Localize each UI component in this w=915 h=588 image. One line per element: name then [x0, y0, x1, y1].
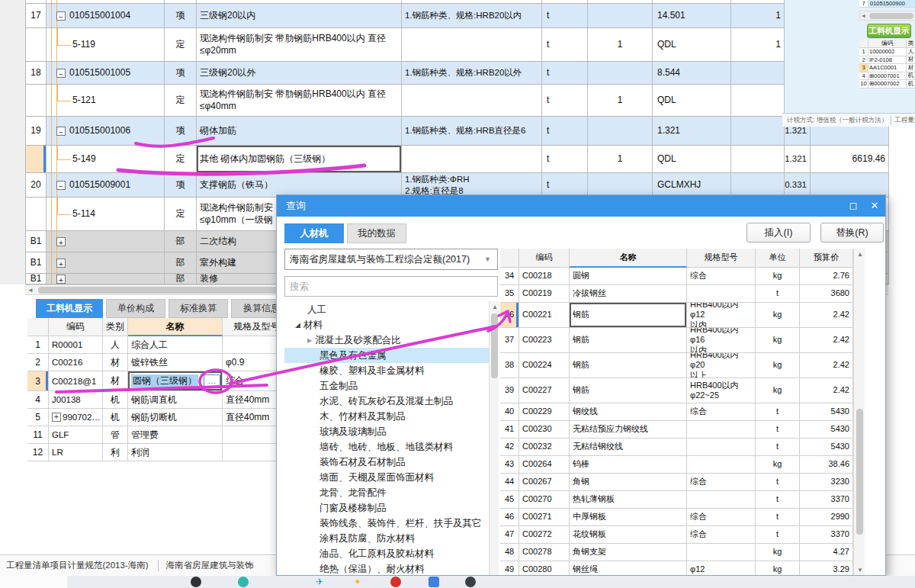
- kind-cell: 人: [103, 336, 128, 354]
- table-row[interactable]: 45C00270热轧薄钢板t3370: [277, 491, 886, 509]
- ellipsis-button[interactable]: …: [204, 374, 220, 387]
- table-row[interactable]: 37C00223钢筋HRB400以内 φ16 以内kg2.42: [277, 328, 886, 353]
- unit-cell: t: [756, 526, 800, 544]
- name-cell: 钢筋: [570, 328, 687, 353]
- taskbar-app-icon[interactable]: [465, 577, 476, 587]
- expand-icon[interactable]: +: [56, 275, 66, 284]
- value-cell: 6619.46: [811, 146, 889, 172]
- code-cell[interactable]: 10000002: [868, 48, 907, 56]
- row-type: [165, 0, 197, 3]
- scrollbar-thumb[interactable]: [869, 13, 913, 19]
- row-number: 11: [27, 426, 49, 444]
- taskbar-app-icon[interactable]: ✈: [314, 577, 325, 587]
- table-row[interactable]: 11GLF管管理费: [27, 426, 291, 444]
- table-header-row: 编码名称规格型号单位预算价: [277, 249, 886, 268]
- table-row[interactable]: 5-149定其他 砌体内加固钢筋（三级钢）t1QDL1.3216619.46: [26, 146, 889, 173]
- scroll-left-icon[interactable]: ◄: [27, 286, 34, 295]
- scrollbar-thumb[interactable]: [856, 409, 863, 535]
- spec-cell: 综合: [687, 526, 756, 544]
- code-cell[interactable]: AA1C0001: [868, 64, 907, 72]
- tab-2[interactable]: 单价构成: [106, 299, 165, 318]
- table-row[interactable]: 3C00218@1材圆钢（三级钢）…综合: [27, 371, 291, 391]
- collapse-icon[interactable]: −: [56, 181, 66, 190]
- boq-mode-label: 工程量清单: [894, 116, 915, 125]
- kind-cell: 材: [907, 64, 915, 72]
- table-row[interactable]: 12LR利利润: [27, 444, 291, 461]
- table-row[interactable]: 48C00278角钢支架kg4.27: [277, 544, 886, 561]
- table-row[interactable]: 18−010515001005项三级钢20以外1.钢筋种类、规格:HRB20以外…: [26, 62, 889, 85]
- quantity-cell: [588, 0, 653, 3]
- code-cell: C00272: [519, 526, 570, 544]
- expand-icon[interactable]: +: [52, 413, 61, 422]
- collapse-icon[interactable]: −: [56, 127, 66, 136]
- table-row[interactable]: 46C00271中厚钢板综合t2990: [277, 509, 886, 526]
- item-name: 砌体加筋: [197, 117, 402, 145]
- code-cell[interactable]: ⊞00007002: [868, 80, 907, 88]
- table-row[interactable]: 2C00216材镀锌铁丝φ0.9: [27, 354, 291, 371]
- row-type: 项: [165, 62, 197, 84]
- table-row[interactable]: 5-119定现浇构件钢筋制安 带肋钢筋HRB400以内 直径≤φ20mmt1QD…: [26, 28, 889, 62]
- scroll-left-icon[interactable]: ◄: [861, 11, 866, 21]
- code-cell[interactable]: IF2-0108: [868, 56, 907, 65]
- collapse-icon[interactable]: −: [56, 11, 66, 21]
- taskbar-app-icon[interactable]: [238, 577, 249, 587]
- table-scrollbar[interactable]: ▲ ▼: [853, 249, 865, 576]
- table-row[interactable]: 5-121定现浇构件钢筋制安 带肋钢筋HRB400以内 直径≤φ40mmt1QD…: [26, 85, 889, 117]
- price-cell: 3370: [800, 526, 853, 544]
- mini-selected-code[interactable]: 01051500900: [868, 0, 915, 8]
- expression-cell: 1.321: [653, 117, 731, 145]
- spec-cell: [687, 491, 756, 509]
- code-cell: C00219: [519, 285, 570, 303]
- table-row[interactable]: 44C00267角钢综合t3230: [277, 474, 886, 491]
- row-number: 48: [500, 544, 519, 561]
- expand-icon[interactable]: +: [56, 237, 66, 246]
- table-row[interactable]: 5+990702…机钢筋切断机直径40mm: [27, 409, 291, 426]
- row-number: 47: [500, 526, 519, 544]
- kind-cell: 利: [103, 444, 128, 461]
- taskbar-app-icon[interactable]: ✦: [352, 577, 363, 587]
- table-row[interactable]: 17−010515001004项三级钢20以内1.钢筋种类、规格:HRB20以内…: [26, 4, 889, 28]
- maximize-icon[interactable]: ◻: [846, 200, 861, 211]
- unit-cell: kg: [756, 328, 800, 353]
- unit-cell: t: [542, 62, 588, 84]
- table-row[interactable]: 47C00272花纹钢板综合t3370: [277, 526, 886, 544]
- taskbar-app-icon[interactable]: [429, 577, 439, 587]
- mini-horizontal-scrollbar[interactable]: ◄: [859, 11, 915, 21]
- spec-cell: [687, 439, 756, 456]
- tab-1[interactable]: 工料机显示: [36, 299, 103, 318]
- header-spec: 规格型号: [687, 249, 756, 268]
- insert-button[interactable]: 插入(I): [746, 223, 811, 243]
- table-row[interactable]: 42C00232无粘结钢绞线t5430: [277, 439, 886, 456]
- close-icon[interactable]: ✕: [867, 200, 882, 211]
- table-row[interactable]: 39C00227钢筋HRB400以内 φ22~25kg2.42: [277, 378, 886, 403]
- table-row[interactable]: 36C00221钢筋HRB400以内 φ12 以内kg2.42: [277, 303, 886, 328]
- table-row[interactable]: 1R00001人综合人工: [27, 336, 291, 354]
- table-row[interactable]: 49C00280钢丝绳φ12kg3.29: [277, 561, 886, 576]
- table-row[interactable]: 43C00264钨棒kg38.46: [277, 456, 886, 474]
- table-row[interactable]: 19−010515001006项砌体加筋1.钢筋种类、规格:HRB直径是6t1.…: [26, 117, 889, 146]
- unit-cell: t: [756, 509, 800, 526]
- header-kind: 类: [907, 40, 915, 48]
- table-row[interactable]: 35C00219冷拔钢丝t3680: [277, 285, 886, 303]
- table-row[interactable]: 38C00224钢筋HRB400以内 φ20 以上kg2.42: [277, 353, 886, 378]
- table-row[interactable]: 40C00229钢绞线综合t5430: [277, 403, 886, 421]
- dialog-title-bar[interactable]: 查询 ◻ ✕: [277, 195, 885, 217]
- table-row[interactable]: 34C00218圆钢综合kg2.76: [277, 268, 886, 285]
- tab-3[interactable]: 标准换算: [169, 299, 228, 318]
- labor-material-display-button[interactable]: 工料机显示: [867, 24, 911, 38]
- row-number: 5: [27, 409, 49, 426]
- unit-cell: kg: [756, 544, 800, 561]
- table-row[interactable]: 41C00230无粘结预应力钢绞线t5430: [277, 421, 886, 439]
- taskbar-app-icon[interactable]: [191, 577, 201, 587]
- table-row[interactable]: 4J00138机钢筋调直机直径40mm: [27, 391, 291, 409]
- expand-icon[interactable]: +: [56, 259, 66, 268]
- row-number: 46: [500, 509, 519, 526]
- replace-button[interactable]: 替换(R): [820, 223, 884, 243]
- collapse-icon[interactable]: −: [56, 69, 66, 78]
- row-number: B1: [26, 252, 47, 273]
- dialog-tab-2[interactable]: 我的数据: [347, 223, 406, 243]
- code-cell[interactable]: ⊞00007001: [868, 72, 907, 81]
- taskbar-app-icon[interactable]: [390, 577, 401, 587]
- dialog-tab-1[interactable]: 人材机: [284, 223, 344, 243]
- row-number: 12: [27, 444, 49, 461]
